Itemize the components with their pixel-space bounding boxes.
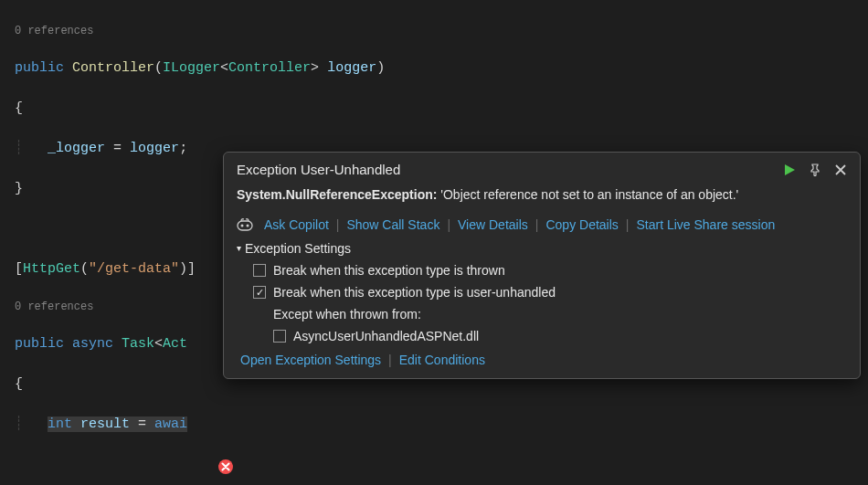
code-line: { [15, 99, 868, 119]
except-module-label: AsyncUserUnhandledASPNet.dll [293, 325, 479, 347]
break-when-unhandled-checkbox[interactable] [253, 286, 266, 299]
svg-rect-1 [238, 221, 252, 230]
edit-conditions-link[interactable]: Edit Conditions [399, 353, 485, 367]
action-links: Ask Copilot | Show Call Stack | View Det… [237, 217, 847, 232]
copilot-icon [237, 217, 253, 232]
copy-details-link[interactable]: Copy Details [545, 217, 618, 232]
except-module-checkbox[interactable] [273, 330, 286, 343]
codelens-references[interactable]: 0 references [15, 24, 868, 38]
view-details-link[interactable]: View Details [458, 217, 528, 232]
continue-icon[interactable] [783, 163, 796, 176]
close-icon[interactable] [834, 163, 847, 176]
error-icon[interactable] [217, 459, 234, 475]
svg-point-3 [247, 224, 249, 227]
exception-popup: Exception User-Unhandled System.NullRefe… [223, 152, 861, 379]
break-when-unhandled-label: Break when this exception type is user-u… [273, 281, 556, 303]
pin-icon[interactable] [809, 163, 821, 176]
expand-triangle-icon: ▾ [237, 243, 241, 253]
exception-message: System.NullReferenceException: 'Object r… [237, 186, 847, 205]
popup-title: Exception User-Unhandled [237, 162, 400, 177]
svg-point-2 [241, 224, 244, 227]
exception-settings-header[interactable]: ▾ Exception Settings [237, 241, 847, 256]
blank-line [15, 455, 868, 475]
start-live-share-link[interactable]: Start Live Share session [636, 217, 775, 232]
except-when-label: Except when thrown from: [273, 303, 847, 325]
open-exception-settings-link[interactable]: Open Exception Settings [240, 353, 381, 367]
break-when-thrown-label: Break when this exception type is thrown [273, 259, 505, 281]
code-line: public Controller(ILogger<Controller> lo… [15, 58, 868, 79]
show-call-stack-link[interactable]: Show Call Stack [346, 217, 439, 232]
break-when-thrown-checkbox[interactable] [253, 264, 266, 277]
ask-copilot-link[interactable]: Ask Copilot [264, 217, 329, 232]
code-line: ┊ int result = awai [15, 415, 868, 435]
